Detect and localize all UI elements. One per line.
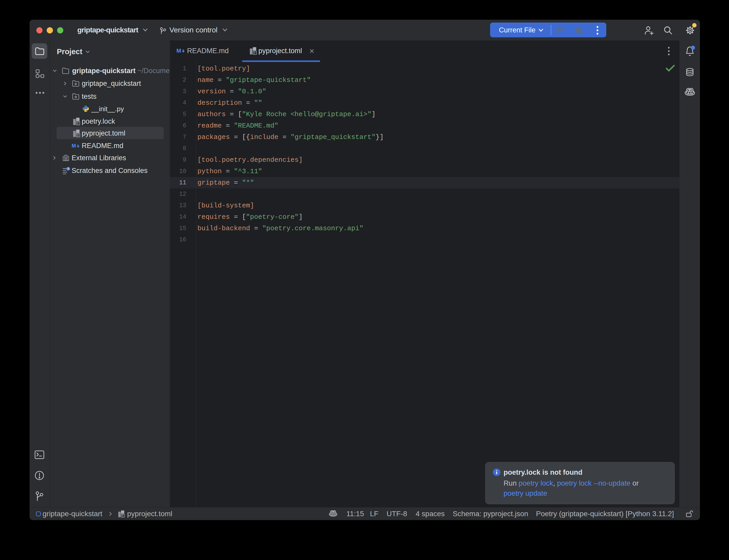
svg-text:T: T [77,122,79,125]
svg-text:T: T [77,134,79,137]
svg-text:M: M [72,143,76,149]
svg-text:M: M [176,47,181,54]
svg-text:T: T [254,51,255,54]
svg-text:T: T [122,514,124,517]
